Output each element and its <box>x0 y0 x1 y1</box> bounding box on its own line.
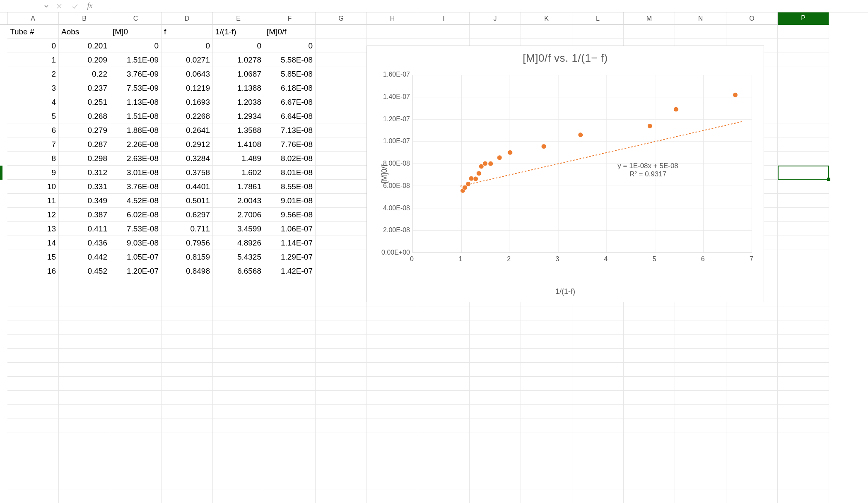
cell-A3[interactable]: 1 <box>7 53 59 67</box>
cell-C1[interactable]: [M]0 <box>110 25 162 39</box>
cell-E33[interactable] <box>213 475 264 489</box>
cell-B19[interactable] <box>59 278 110 292</box>
cell-G31[interactable] <box>316 447 367 461</box>
cell-C11[interactable]: 3.01E-08 <box>110 166 162 180</box>
cell-O29[interactable] <box>726 419 778 433</box>
cell-L33[interactable] <box>572 475 624 489</box>
cell-J24[interactable] <box>470 349 521 363</box>
cell-B30[interactable] <box>59 433 110 447</box>
cell-J29[interactable] <box>470 419 521 433</box>
cell-G1[interactable] <box>316 25 367 39</box>
cell-D6[interactable]: 0.1693 <box>162 95 213 109</box>
cell-I28[interactable] <box>418 405 470 419</box>
cell-O26[interactable] <box>726 377 778 391</box>
cell-I34[interactable] <box>418 489 470 503</box>
cell-J31[interactable] <box>470 447 521 461</box>
cell-A15[interactable]: 13 <box>7 222 59 236</box>
cell-D19[interactable] <box>162 278 213 292</box>
cell-E31[interactable] <box>213 447 264 461</box>
cell-D24[interactable] <box>162 349 213 363</box>
cell-B17[interactable]: 0.442 <box>59 250 110 264</box>
cell-L21[interactable] <box>572 306 624 320</box>
cell-G23[interactable] <box>316 335 367 349</box>
cell-D3[interactable]: 0.0271 <box>162 53 213 67</box>
cell-P19[interactable] <box>778 278 829 292</box>
cell-A31[interactable] <box>7 447 59 461</box>
cell-M30[interactable] <box>624 433 675 447</box>
cell-G28[interactable] <box>316 405 367 419</box>
cell-E8[interactable]: 1.3588 <box>213 123 264 137</box>
cell-A12[interactable]: 10 <box>7 180 59 194</box>
cell-H1[interactable] <box>367 25 418 39</box>
cell-E15[interactable]: 3.4599 <box>213 222 264 236</box>
cell-C26[interactable] <box>110 377 162 391</box>
cell-H32[interactable] <box>367 461 418 475</box>
column-header-K[interactable]: K <box>521 12 572 25</box>
cell-K29[interactable] <box>521 419 572 433</box>
cell-D12[interactable]: 0.4401 <box>162 180 213 194</box>
cell-B21[interactable] <box>59 306 110 320</box>
cell-P11[interactable] <box>778 166 829 180</box>
column-header-A[interactable]: A <box>7 12 59 25</box>
selection-fill-handle[interactable] <box>827 178 830 181</box>
cell-F11[interactable]: 8.01E-08 <box>264 166 316 180</box>
cell-F23[interactable] <box>264 335 316 349</box>
cell-G2[interactable] <box>316 39 367 53</box>
cell-G15[interactable] <box>316 222 367 236</box>
cell-N23[interactable] <box>675 335 726 349</box>
cell-C32[interactable] <box>110 461 162 475</box>
cell-B20[interactable] <box>59 292 110 306</box>
column-header-G[interactable]: G <box>316 12 367 25</box>
cell-N25[interactable] <box>675 363 726 377</box>
cell-L34[interactable] <box>572 489 624 503</box>
cell-C14[interactable]: 6.02E-08 <box>110 208 162 222</box>
cell-A20[interactable] <box>7 292 59 306</box>
cell-E12[interactable]: 1.7861 <box>213 180 264 194</box>
cell-A27[interactable] <box>7 391 59 405</box>
cell-E16[interactable]: 4.8926 <box>213 236 264 250</box>
cell-P22[interactable] <box>778 320 829 335</box>
column-header-B[interactable]: B <box>59 12 110 25</box>
cell-F25[interactable] <box>264 363 316 377</box>
cell-P26[interactable] <box>778 377 829 391</box>
cell-I23[interactable] <box>418 335 470 349</box>
cell-D22[interactable] <box>162 320 213 335</box>
cell-P31[interactable] <box>778 447 829 461</box>
cell-K31[interactable] <box>521 447 572 461</box>
cell-L26[interactable] <box>572 377 624 391</box>
cell-H29[interactable] <box>367 419 418 433</box>
cell-E21[interactable] <box>213 306 264 320</box>
cell-I32[interactable] <box>418 461 470 475</box>
cell-G19[interactable] <box>316 278 367 292</box>
cell-G27[interactable] <box>316 391 367 405</box>
cell-P2[interactable] <box>778 39 829 53</box>
cell-O22[interactable] <box>726 320 778 335</box>
cell-E32[interactable] <box>213 461 264 475</box>
cell-J33[interactable] <box>470 475 521 489</box>
cell-E2[interactable]: 0 <box>213 39 264 53</box>
column-header-P[interactable]: P <box>778 12 829 25</box>
cell-C15[interactable]: 7.53E-08 <box>110 222 162 236</box>
cell-O1[interactable] <box>726 25 778 39</box>
cell-L28[interactable] <box>572 405 624 419</box>
cell-N24[interactable] <box>675 349 726 363</box>
cell-F31[interactable] <box>264 447 316 461</box>
cell-M31[interactable] <box>624 447 675 461</box>
cell-P1[interactable] <box>778 25 829 39</box>
cell-G16[interactable] <box>316 236 367 250</box>
cell-G34[interactable] <box>316 489 367 503</box>
cell-H28[interactable] <box>367 405 418 419</box>
cell-I22[interactable] <box>418 320 470 335</box>
cell-A13[interactable]: 11 <box>7 194 59 208</box>
cell-J23[interactable] <box>470 335 521 349</box>
cell-E17[interactable]: 5.4325 <box>213 250 264 264</box>
cell-G7[interactable] <box>316 109 367 123</box>
cell-F19[interactable] <box>264 278 316 292</box>
cell-E22[interactable] <box>213 320 264 335</box>
cell-P18[interactable] <box>778 264 829 278</box>
column-header-J[interactable]: J <box>470 12 521 25</box>
cell-A6[interactable]: 4 <box>7 95 59 109</box>
cell-N21[interactable] <box>675 306 726 320</box>
cell-G12[interactable] <box>316 180 367 194</box>
cell-N28[interactable] <box>675 405 726 419</box>
